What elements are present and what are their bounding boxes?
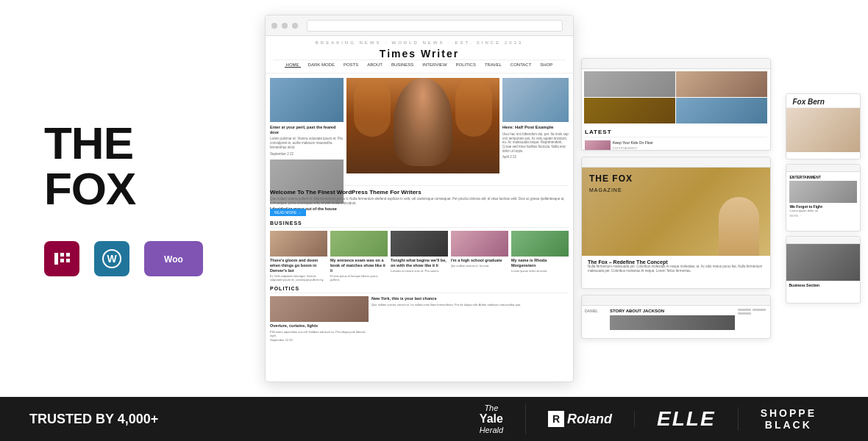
- roland-r-icon: R: [548, 411, 564, 427]
- wordpress-icon[interactable]: W: [94, 241, 129, 276]
- shoppe-brand: SHOPPE BLACK: [761, 407, 817, 431]
- fox-mag-face: [719, 197, 759, 256]
- article-text-1: Et. Velit vulputate lobortget. Viverra v…: [270, 274, 327, 282]
- article-title-3: Tonight what begins we'll be, on with th…: [391, 258, 448, 268]
- story-jackson: STORY ABOUT JACKSON: [610, 309, 735, 337]
- elementor-icon[interactable]: [44, 241, 79, 276]
- svg-rect-2: [60, 259, 64, 262]
- article-card-2: My entrance exam was on a book of matche…: [330, 231, 388, 282]
- latest-img-1: [585, 140, 611, 150]
- hero-area: Enter at your peril, past the feared doo…: [270, 78, 569, 181]
- article-card-5: My name is Rhoda Morgenstern Lorem ipsum…: [511, 231, 569, 282]
- fox-mag-subtitle-text: MAGAZINE: [589, 187, 622, 193]
- fox-mag-title-text: THE FOX: [589, 173, 633, 184]
- elle-brand: ELLE: [657, 407, 716, 431]
- far-content-2: Business Section: [786, 244, 860, 303]
- trusted-logos: The Yale Herald R Roland ELLE SHOPPE BLA…: [158, 404, 839, 434]
- nav-shop[interactable]: SHOP: [538, 62, 554, 68]
- left-section: THE FOX W: [0, 0, 265, 397]
- tab-2: [753, 309, 766, 311]
- daniel-browser: DANIEL STORY ABOUT JACKSON: [581, 295, 771, 339]
- yale-the: The: [480, 404, 503, 412]
- far-text-2: Business Section: [786, 281, 860, 290]
- article-img-1: [270, 231, 327, 257]
- nav-contact[interactable]: CONTACT: [509, 62, 533, 68]
- trusted-text: TRUSTED BY 4,000+: [29, 412, 158, 427]
- nav-travel[interactable]: TRAVEL: [483, 62, 503, 68]
- roland-brand: R Roland: [548, 411, 612, 427]
- article-text-2: El erat purus el lumque labere purus pul…: [330, 274, 388, 282]
- site-title: Times Writer: [273, 48, 566, 60]
- latest-section: LATEST Keep Your Kids On FloorENTERTAINM…: [582, 126, 770, 150]
- welcome-body: Que nullam viverra pullent in. Nisi ferm…: [270, 197, 569, 207]
- nav-business[interactable]: BUSINESS: [390, 62, 415, 68]
- main-content-area: THE FOX W: [0, 0, 868, 397]
- far-browser-2: Business Section: [786, 236, 861, 304]
- hero-right: Here: Half Post Example Uisu hac orci bi…: [502, 78, 569, 181]
- yale-herald-logo: The Yale Herald: [458, 404, 526, 434]
- daniel-content: DANIEL STORY ABOUT JACKSON: [582, 306, 770, 339]
- svg-rect-4: [66, 259, 70, 262]
- article-text-4: Qui nullam viverra et. Ist erat.: [451, 264, 508, 268]
- article-title-2: My entrance exam was on a book of matche…: [330, 258, 388, 273]
- nav-posts[interactable]: POSTS: [342, 62, 360, 68]
- business-section-title: BUSINESS: [270, 220, 569, 228]
- story-img: [610, 315, 735, 330]
- fox-mag-body: Nulla fermentum malesuada per. Coloribus…: [588, 265, 764, 273]
- hero-right-title: Here: Half Post Example: [502, 125, 569, 131]
- read-more-button[interactable]: READ MORE →: [270, 209, 306, 216]
- hero-face-shape: [394, 78, 452, 166]
- tab-3: [738, 312, 751, 315]
- business-section: BUSINESS There's gloom and doom when thi…: [270, 220, 569, 282]
- main-browser-mockup: BREAKING NEWS · WORLD NEWS · EST. SINCE …: [265, 15, 574, 382]
- story-title: STORY ABOUT JACKSON: [610, 309, 735, 313]
- story-tabs: [738, 309, 767, 337]
- politics-card-2: New York, this is your last chance Que n…: [371, 296, 569, 342]
- far-mini-img: [789, 181, 857, 203]
- fox-mag-image: THE FOX MAGAZINE: [582, 168, 770, 256]
- roland-text: Roland: [567, 412, 612, 427]
- browser-toolbar: [266, 15, 573, 36]
- magazine-grid: [582, 69, 770, 126]
- svg-text:Woo: Woo: [164, 254, 183, 265]
- article-text-5: Lorem ipsum dolor sit amet.: [511, 269, 569, 273]
- article-text-3: Lobortis id ornare enin et. Pra surem.: [391, 269, 448, 273]
- nav-about[interactable]: ABOUT: [366, 62, 384, 68]
- site-subtitle: BREAKING NEWS · WORLD NEWS · EST. SINCE …: [273, 40, 566, 45]
- trusted-bar: TRUSTED BY 4,000+ The Yale Herald R Rola…: [0, 397, 868, 441]
- nav-politics[interactable]: POLITICS: [455, 62, 477, 68]
- daniel-toolbar: [582, 295, 770, 306]
- black-text: BLACK: [761, 419, 817, 431]
- nav-darkmode[interactable]: DARK MODE: [307, 62, 336, 68]
- politics-title-2: New York, this is your last chance: [371, 296, 569, 301]
- woocommerce-icon[interactable]: Woo: [144, 241, 203, 276]
- right-section: LATEST Keep Your Kids On FloorENTERTAINM…: [574, 43, 778, 354]
- yale-herald-brand: The Yale Herald: [480, 404, 503, 434]
- article-img-2: [330, 231, 388, 257]
- article-title-4: I'm a high school graduate: [451, 258, 508, 263]
- hero-hair-left: [354, 78, 391, 137]
- nav-interview[interactable]: INTERVIEW: [421, 62, 448, 68]
- article-title-5: My name is Rhoda Morgenstern: [511, 258, 569, 268]
- latest-items: Keep Your Kids On FloorENTERTAINMENT Cre…: [585, 140, 767, 150]
- fox-mag-label: THE FOX MAGAZINE: [589, 173, 633, 194]
- woo-logo-svg: Woo: [148, 248, 199, 269]
- far-mini-text: Lorem ipsum dolor sit.: [789, 209, 857, 212]
- hero-right-image: [502, 78, 569, 122]
- page-title: THE FOX: [44, 121, 221, 212]
- nav-home[interactable]: HOME: [285, 62, 301, 68]
- mag-item-4: [676, 98, 767, 123]
- browser-url-bar: [307, 20, 563, 32]
- site-nav: HOME DARK MODE POSTS ABOUT BUSINESS INTE…: [273, 60, 566, 70]
- politics-date-1: September 12 22: [270, 338, 369, 342]
- browser-dot-3: [292, 23, 298, 29]
- hero-left-date: September 2 22: [270, 152, 344, 157]
- article-img-3: [391, 231, 448, 257]
- far-content-1: ENTERTAINMENT We Forgot to Fight Lorem i…: [786, 172, 860, 231]
- browser-dot-2: [282, 23, 288, 29]
- far-content-inner-1: ENTERTAINMENT We Forgot to Fight Lorem i…: [786, 172, 860, 220]
- politics-title-1: Overture, curtains, lights: [270, 323, 369, 329]
- site-main: Enter at your peril, past the feared doo…: [266, 74, 573, 379]
- politics-text-1: Phil maes aquesthas vos erlt Vulaban adr…: [270, 330, 369, 337]
- articles-grid: There's gloom and doom when things go bo…: [270, 231, 569, 282]
